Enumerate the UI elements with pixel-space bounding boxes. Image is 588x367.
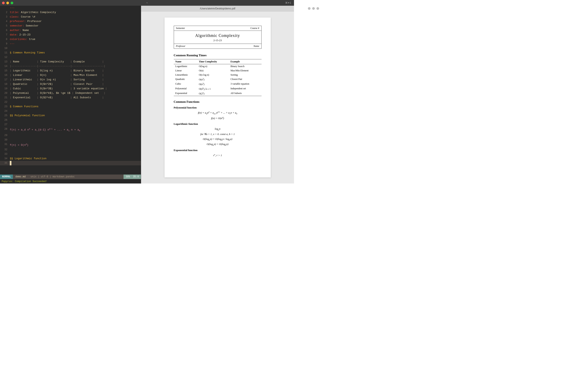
- editor-line: 32: [0, 147, 141, 152]
- line-number: 34: [2, 156, 7, 161]
- pdf-title-bar: /Users/aleinin/Desktop/demo.pdf: [141, 6, 294, 11]
- maximize-button[interactable]: [11, 2, 13, 4]
- exponential-function-title: Exponential function: [174, 149, 261, 152]
- polynomial-formula1: f(n) = adnd + ad-1nd-1 + ... + a1n + a0: [174, 111, 261, 115]
- editor-line: 22: [0, 100, 141, 104]
- line-text: | Polynomial | O($n^k$), $k \ge 1$ | Ind…: [10, 91, 139, 95]
- pdf-name: Name: [254, 45, 259, 48]
- line-number: 9: [2, 42, 7, 46]
- editor-line: 12: [0, 55, 141, 59]
- line-col: 35:0: [133, 175, 139, 178]
- pdf-header-top: Semester Course #: [174, 26, 261, 31]
- line-number: 17: [2, 77, 7, 82]
- editor-line: 34 §§ Logarithmic function: [0, 156, 141, 161]
- line-number: 21: [2, 95, 7, 100]
- line-number: 13: [2, 59, 7, 64]
- editor-line: 27: [0, 122, 141, 127]
- log-formula3: O(logan) = O(logbn / logba): [174, 137, 261, 141]
- papyrus-bar: Papyrus: Compilation Succeeded!: [0, 179, 141, 184]
- row-complexity: O(log n): [197, 64, 229, 69]
- pdf-header-box: Semester Course # Algorithmic Complexity…: [174, 26, 261, 49]
- cursor-block: [10, 161, 11, 165]
- editor-pane[interactable]: --- 2 title: Algorithmic Complexity 3 cl…: [0, 6, 141, 184]
- line-number: 25: [2, 113, 7, 118]
- pdf-semester: Semester: [176, 27, 185, 30]
- row-name: Linearithmic: [174, 73, 197, 77]
- editor-line: 20 | Polynomial | O($n^k$), $k \ge 1$ | …: [0, 91, 141, 95]
- polynomial-formula2: f(n) = O(nd): [174, 117, 261, 120]
- line-number: 4: [2, 19, 7, 24]
- table-header-name: Name: [174, 59, 197, 64]
- table-row: Polynomial O(nk), k ≥ 1 Independent set: [174, 86, 261, 91]
- line-number: 32: [2, 147, 7, 152]
- line-text: f(n) = O(nd): [10, 142, 139, 147]
- line-number: 10: [2, 46, 7, 50]
- common-functions-title: Common Functions: [174, 100, 261, 104]
- cursor-position: 38% 35:0: [123, 175, 141, 179]
- row-name: Linear: [174, 68, 197, 73]
- line-number: 24: [2, 109, 7, 113]
- editor-line: ---: [0, 6, 141, 10]
- row-example: All Subsets: [229, 91, 261, 96]
- editor-line: 31 f(n) = O(nd): [0, 142, 141, 147]
- exp-formula1: rn, r > 1: [174, 154, 261, 157]
- line-number: 3: [2, 15, 7, 19]
- line-text: professor: Professor: [10, 19, 139, 24]
- row-complexity: O(2n): [197, 91, 229, 96]
- close-button[interactable]: [2, 2, 5, 4]
- editor-line-cursor: 35: [0, 161, 141, 165]
- line-text: §§ Polynomial function: [10, 113, 139, 118]
- line-text: | Linearithmic | O(n log n) | Sorting |: [10, 77, 139, 82]
- line-number: 14: [2, 64, 7, 68]
- row-name: Cubic: [174, 82, 197, 86]
- status-bar: NORMAL demo.md unix | utf-8 | markdown.p…: [0, 175, 141, 179]
- main-area: --- 2 title: Algorithmic Complexity 3 cl…: [0, 6, 294, 184]
- editor-line: 14 |----------------|-------------------…: [0, 64, 141, 68]
- pdf-date: 2-15-23: [176, 39, 259, 42]
- line-text: § Common Running Times: [10, 50, 139, 55]
- row-name: Exponential: [174, 91, 197, 96]
- editor-line: 26: [0, 118, 141, 122]
- row-example: Max/Min Element: [229, 68, 261, 73]
- editor-content[interactable]: --- 2 title: Algorithmic Complexity 3 cl…: [0, 6, 141, 175]
- minimize-button[interactable]: [6, 2, 9, 4]
- editor-line: 9 ---: [0, 42, 141, 46]
- line-text: class: Course \#: [10, 15, 139, 19]
- line-number: 8: [2, 37, 7, 42]
- editor-line: 11 § Common Running Times: [0, 50, 141, 55]
- row-example: Sorting: [229, 73, 261, 77]
- line-number: 23: [2, 104, 7, 109]
- pdf-title: Algorithmic Complexity: [176, 33, 259, 38]
- editor-line: 28 f(n) = a_d nd + a_{d-1} nd-1 + ... + …: [0, 127, 141, 133]
- pdf-content[interactable]: Semester Course # Algorithmic Complexity…: [141, 11, 294, 184]
- line-number: 12: [2, 55, 7, 59]
- file-info: unix | utf-8 | markdown.pandoc: [28, 175, 77, 178]
- line-number: 5: [2, 24, 7, 28]
- line-text: | Cubic | O($n^3$) | 3 variable equation…: [10, 86, 139, 91]
- editor-line: 4 professor: Professor: [0, 19, 141, 24]
- table-row: Cubic O(n3) 3 variable equation: [174, 82, 261, 86]
- pdf-page: Semester Course # Algorithmic Complexity…: [164, 17, 271, 177]
- common-running-times-title: Common Running Times: [174, 54, 261, 57]
- editor-line: 3 class: Course \#: [0, 15, 141, 19]
- line-number: 22: [2, 100, 7, 104]
- editor-line: 23 § Common Functions: [0, 104, 141, 109]
- pdf-file-path: /Users/aleinin/Desktop/demo.pdf: [200, 7, 235, 10]
- line-text: colorlinks: true: [10, 37, 139, 42]
- pdf-pane: /Users/aleinin/Desktop/demo.pdf Semester…: [141, 6, 294, 184]
- line-number: 20: [2, 91, 7, 95]
- line-number: 30: [2, 138, 7, 142]
- running-times-table: Name Time Complexity Example Logarithmic…: [174, 59, 261, 96]
- row-name: Logarithmic: [174, 64, 197, 69]
- table-row: Logarithmic O(log n) Binary Search: [174, 64, 261, 69]
- line-number: 6: [2, 28, 7, 33]
- file-name: demo.md: [13, 175, 28, 178]
- table-header-example: Example: [229, 59, 261, 64]
- line-text: §§ Logarithmic function: [10, 156, 139, 161]
- row-complexity: O(nk), k ≥ 1: [197, 86, 229, 91]
- logarithmic-function-title: Logarithmic function: [174, 122, 261, 125]
- pdf-header-bottom: Professor Name: [174, 44, 261, 49]
- line-text: author: Name: [10, 28, 139, 33]
- editor-line: 15 | Logarithmic | O(log n) | Binary Sea…: [0, 68, 141, 73]
- editor-line: 2 title: Algorithmic Complexity: [0, 10, 141, 15]
